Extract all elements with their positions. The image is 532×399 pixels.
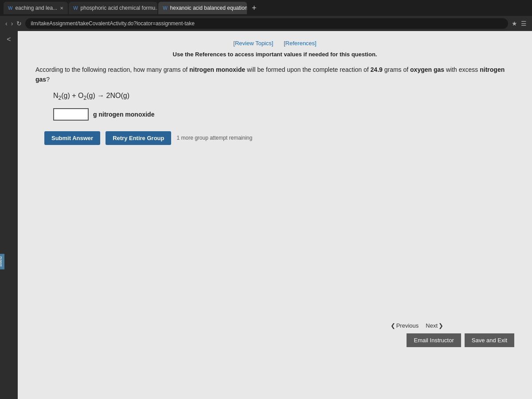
- refresh-icon[interactable]: ↻: [16, 20, 22, 27]
- reference-note: Use the References to access important v…: [35, 51, 514, 58]
- question-text-part2: will be formed upon the complete reactio…: [245, 66, 371, 73]
- equation: N2(g) + O2(g) → 2NO(g): [53, 92, 514, 101]
- main-content: < sited [Review Topics] [References] Use…: [0, 31, 532, 399]
- answer-input[interactable]: [53, 108, 89, 121]
- question-text-part4: with excess: [444, 66, 480, 73]
- button-row: Submit Answer Retry Entire Group 1 more …: [44, 131, 514, 145]
- tab-2-label: phosphoric acid chemical formu...: [81, 5, 158, 11]
- question-text-part5: ?: [46, 76, 50, 83]
- tab-2-icon: W: [73, 5, 78, 11]
- retry-entire-group-button[interactable]: Retry Entire Group: [106, 131, 171, 145]
- tab-1-label: eaching and lea...: [15, 5, 57, 11]
- question-text-part1: According to the following reaction, how…: [35, 66, 189, 73]
- answer-unit-label: g nitrogen monoxide: [93, 111, 154, 118]
- chevron-right-icon: ❯: [438, 322, 443, 329]
- address-bar: ‹ › ↻ ★ ☰: [0, 16, 532, 31]
- back-icon[interactable]: ‹: [5, 20, 8, 27]
- question-bold2: 24.9: [371, 66, 383, 73]
- star-icon[interactable]: ★: [512, 20, 517, 27]
- tab-1-close[interactable]: ✕: [60, 6, 63, 11]
- add-tab-button[interactable]: +: [248, 2, 260, 14]
- chevron-left-icon: ❮: [391, 322, 395, 329]
- address-input[interactable]: [25, 18, 508, 29]
- tab-2[interactable]: W phosphoric acid chemical formu... ✕: [69, 2, 157, 14]
- submit-answer-button[interactable]: Submit Answer: [44, 131, 100, 145]
- next-label: Next: [426, 322, 438, 329]
- question-area: [Review Topics] [References] Use the Ref…: [18, 31, 532, 399]
- email-instructor-button[interactable]: Email Instructor: [407, 333, 461, 347]
- forward-icon[interactable]: ›: [11, 20, 13, 27]
- answer-row: g nitrogen monoxide: [53, 108, 514, 121]
- question-bold1: nitrogen monoxide: [189, 66, 245, 73]
- previous-label: Previous: [396, 322, 419, 329]
- save-and-exit-button[interactable]: Save and Exit: [465, 333, 514, 347]
- tab-3[interactable]: W hexanoic acid balanced equation ✕: [158, 2, 247, 14]
- header-links: [Review Topics] [References]: [35, 40, 514, 47]
- tab-1[interactable]: W eaching and lea... ✕: [4, 2, 68, 14]
- references-link[interactable]: [References]: [284, 40, 317, 47]
- previous-button[interactable]: ❮ Previous: [391, 322, 419, 329]
- sidebar: < sited: [0, 31, 18, 399]
- attempt-remaining-text: 1 more group attempt remaining: [176, 135, 252, 141]
- next-button[interactable]: Next ❯: [426, 322, 443, 329]
- review-topics-link[interactable]: [Review Topics]: [233, 40, 273, 47]
- menu-icon[interactable]: ☰: [521, 20, 527, 27]
- tab-1-icon: W: [8, 5, 12, 11]
- question-text-part3: grams of: [383, 66, 410, 73]
- tab-bar: W eaching and lea... ✕ W phosphoric acid…: [0, 0, 532, 16]
- question-text: According to the following reaction, how…: [35, 65, 514, 85]
- tab-3-icon: W: [163, 5, 167, 11]
- sidebar-arrow[interactable]: <: [7, 35, 11, 43]
- sidebar-tag: sited: [0, 254, 4, 269]
- tab-3-label: hexanoic acid balanced equation: [170, 5, 247, 11]
- question-bold3: oxygen gas: [410, 66, 444, 73]
